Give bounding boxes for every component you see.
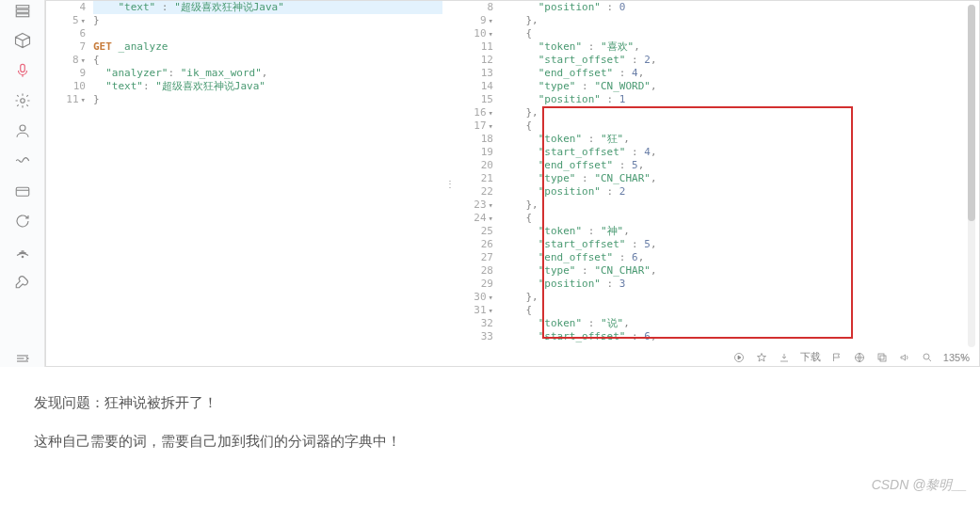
code-line: "position" : 0 bbox=[501, 1, 975, 14]
line-number: 11 bbox=[46, 93, 86, 106]
line-number: 10 bbox=[46, 80, 86, 93]
svg-rect-3 bbox=[20, 64, 24, 72]
response-pane: 8910111213141516171819202122232425262728… bbox=[454, 1, 979, 366]
line-number: 16 bbox=[454, 106, 493, 119]
line-number: 5 bbox=[46, 14, 86, 27]
search-icon[interactable] bbox=[921, 351, 934, 364]
line-number: 30 bbox=[454, 291, 493, 304]
code-line: "start_offset" : 4, bbox=[501, 146, 975, 159]
splitter[interactable]: ⋮ bbox=[446, 1, 454, 366]
dev-tools-panel: 4567891011 "text" : "超级喜欢狂神说Java"}GET _a… bbox=[0, 0, 980, 367]
line-number: 22 bbox=[454, 185, 493, 199]
code-line: "start_offset" : 5, bbox=[501, 238, 975, 251]
line-number: 9 bbox=[454, 14, 493, 27]
code-line: "start_offset" : 6, bbox=[501, 330, 975, 343]
code-line: "analyzer": "ik_max_word", bbox=[93, 67, 442, 80]
bottom-toolbar: 下载 135% bbox=[732, 350, 970, 364]
code-line: "type" : "CN_WORD", bbox=[501, 80, 975, 93]
side-nav bbox=[0, 0, 45, 367]
code-line: { bbox=[501, 212, 975, 225]
code-line: }, bbox=[501, 106, 975, 119]
nav-rows-icon[interactable] bbox=[14, 2, 31, 19]
code-line: "position" : 1 bbox=[501, 93, 975, 106]
code-line: { bbox=[93, 54, 442, 67]
nav-gear-icon[interactable] bbox=[14, 92, 31, 109]
nav-wave-icon[interactable] bbox=[14, 152, 31, 169]
code-line: "token" : "神", bbox=[501, 225, 975, 238]
left-gutter: 4567891011 bbox=[46, 1, 93, 366]
nav-cube-icon[interactable] bbox=[14, 32, 31, 49]
globe-icon[interactable] bbox=[853, 351, 866, 364]
line-number: 11 bbox=[454, 40, 493, 54]
scrollbar[interactable] bbox=[968, 5, 975, 347]
scrollbar-thumb[interactable] bbox=[968, 5, 975, 221]
line-number: 33 bbox=[454, 330, 493, 343]
code-line: "type" : "CN_CHAR", bbox=[501, 172, 975, 185]
resize-handle-icon[interactable] bbox=[955, 349, 968, 362]
nav-signal-icon[interactable] bbox=[14, 243, 31, 260]
commentary: 发现问题：狂神说被拆开了！ 这种自己需要的词，需要自己加到我们的分词器的字典中！ bbox=[0, 367, 980, 453]
code-line: } bbox=[93, 93, 442, 106]
line-number: 14 bbox=[454, 80, 493, 93]
svg-point-16 bbox=[924, 354, 929, 359]
line-number: 8 bbox=[454, 1, 493, 14]
copy-icon[interactable] bbox=[876, 351, 889, 364]
nav-refresh-icon[interactable] bbox=[14, 213, 31, 230]
svg-rect-1 bbox=[16, 9, 29, 12]
line-number: 27 bbox=[454, 251, 493, 264]
line-number: 25 bbox=[454, 225, 493, 238]
line-number: 28 bbox=[454, 264, 493, 278]
line-number: 15 bbox=[454, 93, 493, 106]
line-number: 17 bbox=[454, 119, 493, 133]
line-number: 24 bbox=[454, 212, 493, 225]
code-line: { bbox=[501, 304, 975, 317]
line-number: 9 bbox=[46, 67, 86, 80]
download-icon[interactable] bbox=[778, 351, 791, 364]
svg-rect-0 bbox=[16, 6, 29, 8]
code-line: "text" : "超级喜欢狂神说Java" bbox=[93, 1, 442, 14]
code-line: "token" : "说", bbox=[501, 317, 975, 330]
line-number: 19 bbox=[454, 146, 493, 159]
editor-area: 4567891011 "text" : "超级喜欢狂神说Java"}GET _a… bbox=[45, 0, 980, 367]
code-line: } bbox=[93, 14, 442, 27]
svg-rect-6 bbox=[16, 187, 29, 196]
svg-point-5 bbox=[20, 125, 25, 131]
code-line: "text": "超级喜欢狂神说Java" bbox=[93, 80, 442, 93]
nav-wrench-icon[interactable] bbox=[14, 273, 31, 290]
left-code[interactable]: "text" : "超级喜欢狂神说Java"}GET _analyze{ "an… bbox=[93, 1, 446, 366]
code-line: "position" : 2 bbox=[501, 185, 975, 199]
nav-card-icon[interactable] bbox=[14, 183, 31, 199]
download-label[interactable]: 下载 bbox=[800, 350, 821, 364]
play-icon[interactable] bbox=[732, 351, 746, 364]
code-line bbox=[93, 27, 442, 40]
star-icon[interactable] bbox=[755, 351, 768, 364]
line-number: 8 bbox=[46, 54, 86, 67]
svg-rect-14 bbox=[880, 356, 886, 361]
code-line: "end_offset" : 5, bbox=[501, 159, 975, 172]
commentary-p1: 发现问题：狂神说被拆开了！ bbox=[34, 390, 946, 415]
line-number: 18 bbox=[454, 133, 493, 146]
line-number: 31 bbox=[454, 304, 493, 317]
code-line: { bbox=[501, 119, 975, 133]
line-number: 21 bbox=[454, 172, 493, 185]
sound-icon[interactable] bbox=[898, 351, 911, 364]
line-number: 12 bbox=[454, 54, 493, 67]
line-number: 10 bbox=[454, 27, 493, 40]
line-number: 6 bbox=[46, 27, 86, 40]
flag-icon[interactable] bbox=[830, 351, 843, 364]
code-line: }, bbox=[501, 291, 975, 304]
line-number: 4 bbox=[46, 1, 86, 14]
svg-point-4 bbox=[20, 99, 24, 103]
code-line: "type" : "CN_CHAR", bbox=[501, 264, 975, 278]
right-code[interactable]: "position" : 0 }, { "token" : "喜欢", "sta… bbox=[501, 1, 979, 343]
svg-rect-2 bbox=[16, 14, 29, 17]
svg-rect-15 bbox=[878, 354, 884, 359]
line-number: 7 bbox=[46, 40, 86, 54]
line-number: 32 bbox=[454, 317, 493, 330]
nav-mic-icon[interactable] bbox=[14, 62, 31, 79]
nav-user-icon[interactable] bbox=[14, 122, 31, 139]
commentary-p2: 这种自己需要的词，需要自己加到我们的分词器的字典中！ bbox=[34, 428, 946, 453]
nav-collapse-icon[interactable] bbox=[14, 350, 31, 367]
request-pane: 4567891011 "text" : "超级喜欢狂神说Java"}GET _a… bbox=[46, 1, 446, 366]
code-line: "end_offset" : 6, bbox=[501, 251, 975, 264]
